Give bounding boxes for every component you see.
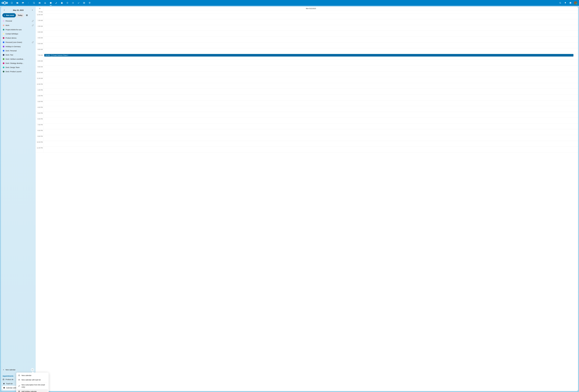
hour-row[interactable]: 12:00 AM xyxy=(36,13,578,19)
list-icon[interactable] xyxy=(71,0,75,5)
hour-row[interactable]: 10:00 AM xyxy=(36,71,578,77)
calendar-item[interactable]: Personal xyxy=(2,19,35,23)
hour-row[interactable]: 4:00 AM xyxy=(36,37,578,42)
hour-row[interactable]: 11:00 PM xyxy=(36,147,578,153)
time-grid[interactable]: 12:00 AM1:00 AM2:00 AM3:00 AM4:00 AM5:00… xyxy=(36,13,578,391)
calendar-item[interactable]: Personal (Leon Green) xyxy=(2,40,35,44)
files-icon[interactable] xyxy=(15,0,20,5)
tasks-icon[interactable] xyxy=(76,0,81,5)
app-logo[interactable] xyxy=(1,1,8,5)
notes-icon[interactable] xyxy=(54,0,59,5)
hour-slot[interactable] xyxy=(44,135,578,141)
calendar-item[interactable]: Deck: Personal xyxy=(2,49,35,53)
maps-icon[interactable] xyxy=(87,0,92,5)
hour-slot[interactable] xyxy=(44,66,578,71)
hour-row[interactable]: 3:00 AM xyxy=(36,31,578,37)
calendar-item[interactable]: Product demos xyxy=(2,36,35,40)
hour-row[interactable]: 3:00 PM xyxy=(36,100,578,106)
hour-slot[interactable] xyxy=(44,147,578,152)
today-button[interactable]: Today xyxy=(16,13,24,17)
calendar-item[interactable]: Deck: Verilium coordinat... xyxy=(2,57,35,61)
hour-row[interactable]: 6:00 AM xyxy=(36,48,578,54)
more-button[interactable] xyxy=(31,368,34,371)
hour-slot[interactable] xyxy=(44,112,578,118)
hour-slot[interactable] xyxy=(44,48,578,54)
hour-row[interactable]: 1:00 PM xyxy=(36,89,578,94)
hour-row[interactable]: 9:00 AM xyxy=(36,66,578,71)
calendar-item[interactable]: Work xyxy=(2,23,35,28)
photos-icon[interactable] xyxy=(20,0,25,5)
hour-row[interactable]: 6:00 PM xyxy=(36,118,578,124)
hour-slot[interactable]: 7:00 AM - Project Subrana: Phase 2 xyxy=(44,54,578,60)
popover-item[interactable]: New calendar xyxy=(17,373,48,378)
new-event-button[interactable]: New event xyxy=(2,13,16,17)
hour-slot[interactable] xyxy=(44,42,578,48)
hour-row[interactable]: 7:00 PM xyxy=(36,124,578,129)
hour-slot[interactable] xyxy=(44,129,578,135)
tables-icon[interactable] xyxy=(81,0,87,5)
hour-slot[interactable] xyxy=(44,83,578,89)
hour-slot[interactable] xyxy=(44,124,578,129)
popover-item[interactable]: Add holiday calendar xyxy=(17,389,48,392)
hour-slot[interactable] xyxy=(44,89,578,94)
user-avatar[interactable] xyxy=(574,1,577,4)
search-icon[interactable] xyxy=(558,0,563,5)
hour-slot[interactable] xyxy=(44,25,578,31)
hour-row[interactable]: 8:00 AM xyxy=(36,60,578,66)
hour-slot[interactable] xyxy=(44,77,578,83)
hour-row[interactable]: 4:00 PM xyxy=(36,106,578,112)
calendar-item[interactable]: Deck: Design Team xyxy=(2,65,35,70)
contacts-icon[interactable] xyxy=(43,0,48,5)
next-button[interactable] xyxy=(30,8,34,12)
hour-slot[interactable] xyxy=(44,13,578,19)
trash-label: Trash bin xyxy=(6,383,13,385)
contacts-menu-icon[interactable] xyxy=(568,0,573,5)
hour-slot[interactable] xyxy=(44,100,578,106)
popover-item[interactable]: New calendar with task list xyxy=(17,378,48,382)
deck-icon[interactable] xyxy=(59,0,64,5)
new-calendar-row[interactable]: New calendar xyxy=(2,367,35,372)
calendar-item[interactable]: Project Airbnb-for-cars xyxy=(2,28,35,32)
notifications-icon[interactable] xyxy=(563,0,568,5)
prev-button[interactable] xyxy=(2,8,6,12)
hour-row[interactable]: 8:00 PM xyxy=(36,129,578,135)
calendar-item[interactable]: Holidays in Germany xyxy=(2,44,35,49)
view-toggle-button[interactable] xyxy=(25,13,29,17)
hour-slot[interactable] xyxy=(44,141,578,147)
bookmarks-icon[interactable] xyxy=(65,0,70,5)
calendar-item[interactable]: Deck: Product Launch xyxy=(2,70,35,74)
mail-icon[interactable] xyxy=(37,0,42,5)
dashboard-icon[interactable] xyxy=(9,0,14,5)
hour-row[interactable]: 9:00 PM xyxy=(36,135,578,141)
calendar-item[interactable]: Deck: Test xyxy=(2,53,35,57)
hour-slot[interactable] xyxy=(44,71,578,77)
hour-slot[interactable] xyxy=(44,106,578,112)
hour-slot[interactable] xyxy=(44,118,578,123)
popover-item[interactable]: New subscription from link (read-only) xyxy=(17,383,48,389)
hour-row[interactable]: 2:00 PM xyxy=(36,94,578,100)
calendar-event[interactable]: 7:00 AM - Project Subrana: Phase 2 xyxy=(44,54,574,57)
all-day-slot[interactable] xyxy=(44,10,578,13)
talk-icon[interactable] xyxy=(31,0,37,5)
hour-row[interactable]: 5:00 AM xyxy=(36,42,578,48)
activity-icon[interactable] xyxy=(26,0,31,5)
hour-row[interactable]: 2:00 AM xyxy=(36,25,578,31)
hour-slot[interactable] xyxy=(44,94,578,100)
all-day-row: All day xyxy=(36,10,578,13)
calendar-item[interactable]: Contact birthdays xyxy=(2,32,35,36)
calendar-icon[interactable] xyxy=(48,0,53,5)
hour-slot[interactable] xyxy=(44,37,578,42)
hour-row[interactable]: 7:00 AM7:00 AM - Project Subrana: Phase … xyxy=(36,54,578,60)
hour-row[interactable]: 5:00 PM xyxy=(36,112,578,118)
hour-slot[interactable] xyxy=(44,60,578,66)
hour-slot[interactable] xyxy=(44,19,578,25)
calendar-main: Mon 5/22/2023 All day 12:00 AM1:00 AM2:0… xyxy=(36,7,578,391)
calendar-item[interactable]: Deck: Strategy develop... xyxy=(2,61,35,65)
hour-row[interactable]: 1:00 AM xyxy=(36,19,578,25)
collapse-timecol-button[interactable] xyxy=(36,7,44,10)
hour-slot[interactable] xyxy=(44,31,578,36)
hour-row[interactable]: 10:00 PM xyxy=(36,141,578,147)
hour-row[interactable]: 12:00 PM xyxy=(36,83,578,89)
current-date[interactable]: May 22, 2023 xyxy=(13,9,24,11)
hour-row[interactable]: 11:00 AM xyxy=(36,77,578,83)
